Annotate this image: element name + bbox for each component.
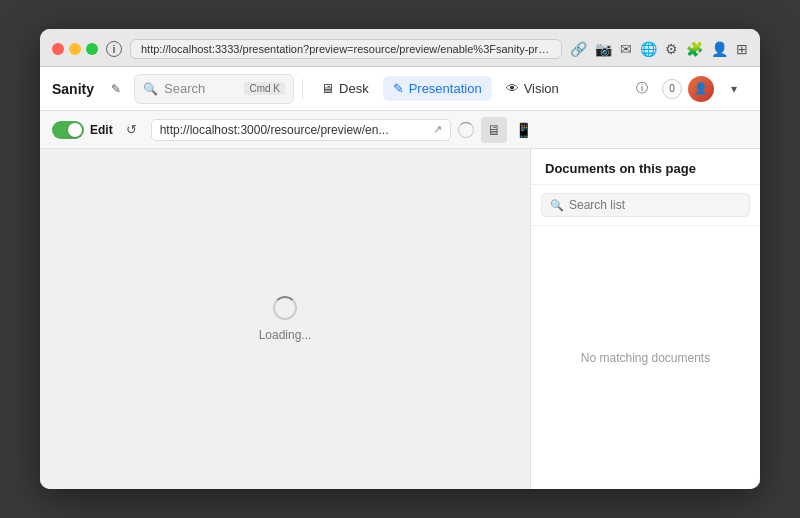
doc-search-inner[interactable]: 🔍 — [541, 193, 750, 217]
search-placeholder: Search — [164, 81, 238, 96]
camera-icon[interactable]: 📷 — [595, 41, 612, 57]
refresh-button[interactable]: ↺ — [119, 117, 145, 143]
loading-text: Loading... — [259, 328, 312, 342]
tab-presentation[interactable]: ✎ Presentation — [383, 76, 492, 101]
tab-vision-label: Vision — [524, 81, 559, 96]
browser-url-bar[interactable]: http://localhost:3333/presentation?previ… — [130, 39, 562, 59]
edit-toggle[interactable]: Edit — [52, 121, 113, 139]
doc-search-input[interactable] — [569, 198, 741, 212]
main-content: Loading... Documents on this page 🔍 No m… — [40, 149, 760, 489]
tab-desk-label: Desk — [339, 81, 369, 96]
mail-icon[interactable]: ✉ — [620, 41, 632, 57]
preview-toolbar: Edit ↺ http://localhost:3000/resource/pr… — [40, 111, 760, 149]
vision-icon: 👁 — [506, 81, 519, 96]
preview-pane: Loading... — [40, 149, 530, 489]
globe-icon[interactable]: 🌐 — [640, 41, 657, 57]
search-box[interactable]: 🔍 Search Cmd K — [134, 74, 294, 104]
documents-panel: Documents on this page 🔍 No matching doc… — [530, 149, 760, 489]
toggle-switch[interactable] — [52, 121, 84, 139]
help-icon-button[interactable]: ⓘ — [628, 75, 656, 103]
preview-url-text: http://localhost:3000/resource/preview/e… — [160, 123, 429, 137]
tab-desk[interactable]: 🖥 Desk — [311, 76, 379, 101]
loading-indicator — [457, 121, 475, 139]
desktop-device-button[interactable]: 🖥 — [481, 117, 507, 143]
search-icon: 🔍 — [143, 82, 158, 96]
notification-count: 0 — [669, 83, 675, 94]
profile-icon[interactable]: 👤 — [711, 41, 728, 57]
edit-label: Edit — [90, 123, 113, 137]
toggle-knob — [68, 123, 82, 137]
documents-empty-message: No matching documents — [531, 226, 760, 489]
link-icon[interactable]: 🔗 — [570, 41, 587, 57]
maximize-button[interactable] — [86, 43, 98, 55]
sanity-logo: Sanity — [52, 81, 94, 97]
mobile-device-button[interactable]: 📱 — [511, 117, 537, 143]
toolbar-divider — [302, 79, 303, 99]
doc-search-icon: 🔍 — [550, 199, 564, 212]
sanity-toolbar: Sanity ✎ 🔍 Search Cmd K 🖥 Desk ✎ Present… — [40, 67, 760, 111]
minimize-button[interactable] — [69, 43, 81, 55]
avatar[interactable]: 👤 — [688, 76, 714, 102]
dropdown-chevron[interactable]: ▾ — [720, 75, 748, 103]
device-buttons: 🖥 📱 — [481, 117, 537, 143]
presentation-icon: ✎ — [393, 81, 404, 96]
browser-chrome: i http://localhost:3333/presentation?pre… — [40, 29, 760, 67]
desk-icon: 🖥 — [321, 81, 334, 96]
url-text: http://localhost:3333/presentation?previ… — [141, 43, 551, 55]
extension-icon[interactable]: 🧩 — [686, 41, 703, 57]
browser-icons: 🔗 📷 ✉ 🌐 ⚙ 🧩 👤 ⊞ — [570, 41, 748, 57]
documents-search: 🔍 — [531, 185, 760, 226]
info-icon: i — [106, 41, 122, 57]
notification-badge[interactable]: 0 — [662, 79, 682, 99]
tab-presentation-label: Presentation — [409, 81, 482, 96]
external-link-icon: ↗ — [433, 123, 442, 136]
edit-icon-button[interactable]: ✎ — [102, 75, 130, 103]
grid-icon[interactable]: ⊞ — [736, 41, 748, 57]
traffic-lights — [52, 43, 98, 55]
preview-url-bar[interactable]: http://localhost:3000/resource/preview/e… — [151, 119, 451, 141]
documents-panel-title: Documents on this page — [531, 149, 760, 185]
search-shortcut: Cmd K — [244, 82, 285, 95]
avatar-label: 👤 — [694, 82, 708, 95]
browser-window: i http://localhost:3333/presentation?pre… — [40, 29, 760, 489]
close-button[interactable] — [52, 43, 64, 55]
tab-vision[interactable]: 👁 Vision — [496, 76, 569, 101]
main-loading-spinner — [273, 296, 297, 320]
toolbar-right: ⓘ 0 👤 ▾ — [628, 75, 748, 103]
settings-icon[interactable]: ⚙ — [665, 41, 678, 57]
spinner — [458, 122, 474, 138]
